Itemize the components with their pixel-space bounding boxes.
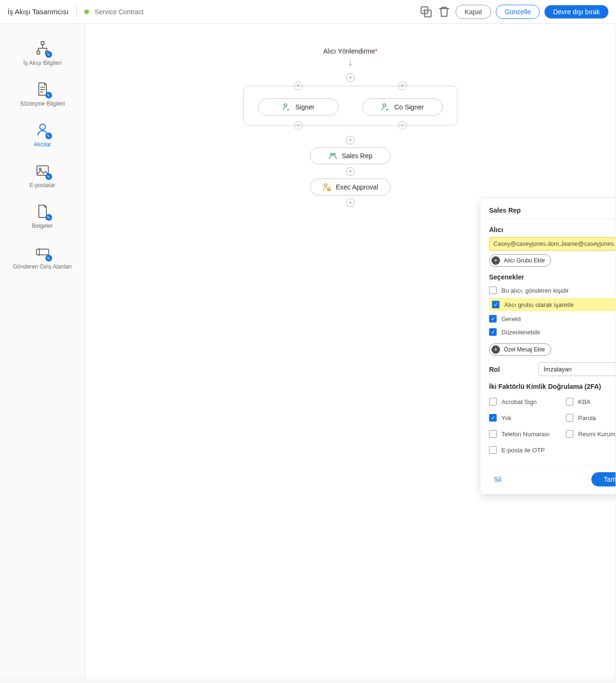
flow: Alıcı Yönlendirme* ↓ + + Signer + + [85,24,616,210]
add-node-button[interactable]: + [294,121,303,130]
sidebar: ✎ İş Akışı Bilgileri ✎ Sözleşme Bilgiler… [0,24,85,683]
checkbox[interactable] [489,430,497,438]
popup-title: Sales Rep [489,207,521,214]
recipient-exec[interactable]: Exec Approval [310,179,391,196]
tfa-govid[interactable]: Resmi Kurum Kimliği [566,428,616,440]
tfa-acrobat[interactable]: Acrobat Sign [489,396,561,407]
content: ✎ İş Akışı Bilgileri ✎ Sözleşme Bilgiler… [0,24,616,683]
checkbox[interactable] [489,414,497,422]
add-private-message-button[interactable]: + Özel Mesaj Ekle [489,343,551,356]
checkbox[interactable] [566,398,573,405]
option-label: Acrobat Sign [501,398,536,405]
checkbox[interactable] [566,430,573,438]
tfa-none[interactable]: Yok [489,412,561,423]
checkbox[interactable] [489,446,497,454]
svg-rect-4 [37,51,40,54]
option-sender[interactable]: Bu alıcı, gönderen kişidir [489,285,616,296]
add-node-button[interactable]: + [346,198,355,207]
status-dot-icon [84,9,89,14]
option-required[interactable]: Gerekli [489,313,616,324]
sidebar-item-label: Belgeler [32,223,53,229]
recipient-label: Co Signer [394,103,424,111]
svg-text:A: A [423,8,426,13]
tfa-phone[interactable]: Telefon Numarası [489,428,561,440]
parallel-branch: + Signer + + Co Signer + [243,86,457,126]
disable-button[interactable]: Devre dışı bırak [545,5,608,18]
canvas[interactable]: Alıcı Yönlendirme* ↓ + + Signer + + [85,24,616,683]
svg-point-9 [40,124,45,130]
arrow-down-icon: ↓ [348,58,353,68]
checkbox[interactable] [489,315,497,323]
delete-button[interactable]: Sil [489,474,506,485]
sidebar-item-label: İş Akışı Bilgileri [23,60,62,66]
recipient-cosigner[interactable]: Co Signer [362,99,443,116]
recipient-popup: Sales Rep Alıcı + Alıcı Grubu Ekle Seçen… [481,199,616,494]
role-select[interactable]: İmzalayan [538,362,616,376]
option-label: Alıcı grubu olarak işaretle [504,301,574,308]
option-label: Bu alıcı, gönderen kişidir [501,287,569,294]
add-recipient-group-button[interactable]: + Alıcı Grubu Ekle [489,254,551,267]
plus-icon: + [491,256,500,265]
sidebar-item-emails[interactable]: ✎ E-postalar [0,155,85,196]
add-node-button[interactable]: + [346,167,355,176]
ok-button[interactable]: Tamam [591,472,616,486]
add-node-button[interactable]: + [346,73,355,82]
workflow-icon: ✎ [35,41,50,56]
branch-col-right: + Co Signer + [362,95,443,120]
sidebar-item-sender-fields[interactable]: ✎ Gönderen Giriş Alanları [0,237,85,278]
contract-status: Service Contract [84,8,143,16]
topbar-right: A Kapat Güncelle Devre dışı bırak [420,5,608,19]
close-button[interactable]: Kapat [455,5,491,19]
add-node-button[interactable]: + [398,81,407,90]
edit-badge-icon: ✎ [45,173,52,180]
branch-col-left: + Signer + [258,95,339,120]
popup-header: Sales Rep [489,207,616,219]
checkbox[interactable] [489,287,497,294]
photo-icon: ✎ [35,163,50,178]
checkbox[interactable] [489,398,497,405]
tfa-options: Acrobat Sign KBA Yok Parola Telefon Numa… [489,394,616,458]
sidebar-item-label: Alıcılar [34,141,51,148]
update-button[interactable]: Güncelle [496,5,540,19]
add-node-button[interactable]: + [294,81,303,90]
recipient-salesrep[interactable]: Sales Rep [310,147,391,164]
svg-point-18 [324,184,327,187]
translate-icon[interactable]: A [420,5,433,18]
sidebar-item-label: Sözleşme Bilgileri [20,100,65,107]
sidebar-item-workflow-info[interactable]: ✎ İş Akışı Bilgileri [0,33,85,74]
role-row: Rol İmzalayan [489,362,616,376]
recipient-label: Signer [295,103,314,111]
person-check-icon [282,103,291,111]
popup-footer: Sil Tamam [489,465,616,486]
trash-icon[interactable] [437,5,451,18]
edit-badge-icon: ✎ [45,214,52,221]
option-editable[interactable]: Düzenlenebilir [489,326,616,338]
chip-label: Alıcı Grubu Ekle [504,257,545,264]
add-node-button[interactable]: + [346,136,355,144]
option-label: KBA [578,398,590,405]
tfa-password[interactable]: Parola [566,412,616,423]
recipient-email-input[interactable] [489,237,616,251]
sidebar-item-agreement-info[interactable]: ✎ Sözleşme Bilgileri [0,74,85,115]
edit-badge-icon: ✎ [45,51,52,58]
option-label: Parola [578,414,596,422]
edit-badge-icon: ✎ [45,133,52,139]
recipient-signer[interactable]: Signer [258,99,339,116]
option-label: Gerekli [501,315,521,323]
person-check-icon [381,103,390,111]
svg-point-17 [333,153,335,156]
contract-name: Service Contract [95,8,143,16]
tfa-otp[interactable]: E-posta ile OTP [489,444,561,456]
tfa-kba[interactable]: KBA [566,396,616,407]
option-mark-group[interactable]: Alıcı grubu olarak işaretle [489,298,616,311]
checkbox[interactable] [492,301,500,308]
checkbox[interactable] [566,414,573,422]
bottom-shadow [0,674,616,683]
checkbox[interactable] [489,328,497,336]
document-lines-icon: ✎ [35,81,50,97]
add-node-button[interactable]: + [398,121,407,130]
topbar: İş Akışı Tasarımcısı Service Contract A … [0,0,616,24]
role-label: Rol [489,366,500,373]
sidebar-item-documents[interactable]: ✎ Belgeler [0,196,85,237]
sidebar-item-recipients[interactable]: ✎ Alıcılar [0,115,85,155]
